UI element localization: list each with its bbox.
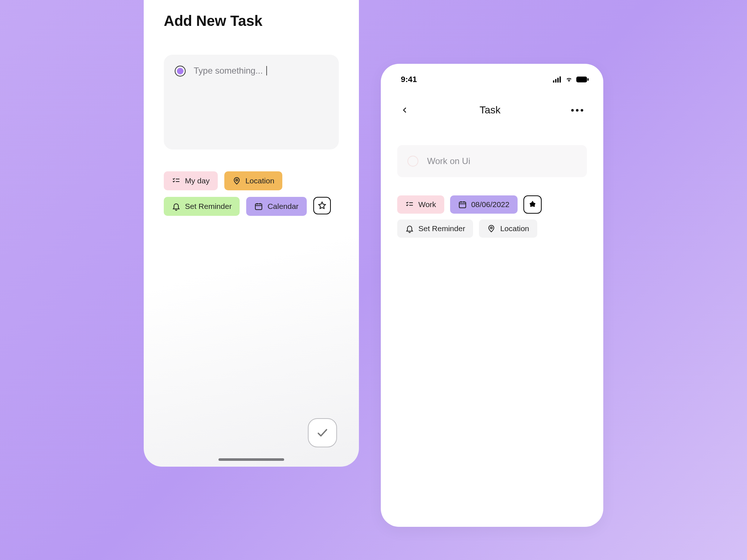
more-button[interactable]: [571, 109, 583, 112]
svg-rect-15: [459, 202, 466, 208]
task-placeholder-text: Type something...: [194, 66, 263, 76]
back-button[interactable]: [401, 106, 409, 114]
page-title: Add New Task: [164, 13, 339, 29]
my-day-chip[interactable]: My day: [164, 171, 218, 190]
bell-icon: [405, 224, 414, 233]
task-color-dot: [177, 68, 183, 74]
work-label: Work: [418, 200, 436, 209]
location-chip[interactable]: Location: [224, 171, 282, 190]
bell-icon: [172, 202, 181, 211]
chevron-left-icon: [401, 106, 409, 114]
status-icons: [553, 76, 589, 83]
svg-rect-12: [588, 78, 589, 81]
svg-rect-10: [560, 77, 561, 83]
reminder-chip[interactable]: Set Reminder: [164, 197, 240, 216]
checklist-icon: [172, 176, 181, 185]
my-day-label: My day: [185, 176, 210, 185]
star-icon: [317, 201, 327, 210]
nav-title: Task: [480, 104, 501, 116]
task-color-indicator[interactable]: [175, 66, 186, 77]
home-indicator[interactable]: [218, 458, 284, 461]
battery-icon: [576, 76, 589, 83]
calendar-chip[interactable]: Calendar: [246, 197, 306, 216]
favorite-chip-filled[interactable]: [523, 195, 542, 214]
svg-rect-11: [576, 77, 587, 82]
reminder-chip-detail[interactable]: Set Reminder: [397, 219, 473, 238]
svg-rect-7: [553, 80, 554, 82]
task-row[interactable]: Work on Ui: [397, 145, 587, 177]
task-text: Work on Ui: [427, 156, 470, 166]
svg-rect-9: [557, 78, 559, 82]
more-icon: [571, 109, 583, 112]
task-input-placeholder: Type something...: [194, 66, 267, 76]
task-detail-screen: 9:41 Task Work on Ui Work 08/06/2: [381, 64, 603, 527]
confirm-button[interactable]: [308, 418, 337, 447]
nav-bar: Task: [381, 84, 603, 116]
checklist-icon: [405, 200, 414, 209]
reminder-label: Set Reminder: [185, 202, 232, 211]
status-time: 9:41: [401, 75, 417, 84]
text-caret: [266, 66, 267, 75]
task-checkbox[interactable]: [407, 156, 418, 167]
star-filled-icon: [528, 200, 537, 209]
fab-area: [164, 418, 339, 458]
svg-rect-8: [555, 79, 557, 83]
location-icon: [487, 224, 496, 233]
cellular-icon: [553, 76, 562, 83]
chip-row: My day Location Set Reminder Calendar: [164, 171, 339, 216]
location-label-detail: Location: [500, 224, 529, 233]
task-detail-content: Work on Ui Work 08/06/2022 Set Reminder …: [381, 116, 603, 238]
status-bar: 9:41: [381, 64, 603, 84]
favorite-chip[interactable]: [313, 197, 331, 214]
location-chip-detail[interactable]: Location: [479, 219, 537, 238]
location-icon: [232, 176, 241, 185]
detail-chip-row: Work 08/06/2022 Set Reminder Location: [397, 195, 587, 238]
calendar-icon: [254, 202, 263, 211]
work-chip[interactable]: Work: [397, 195, 444, 214]
reminder-label-detail: Set Reminder: [418, 224, 465, 233]
task-input-box[interactable]: Type something...: [164, 55, 339, 149]
location-label: Location: [245, 176, 274, 185]
add-task-content: Add New Task Type something... My day Lo…: [144, 0, 359, 458]
svg-point-2: [236, 179, 237, 181]
date-chip[interactable]: 08/06/2022: [450, 195, 518, 214]
add-task-screen: Add New Task Type something... My day Lo…: [144, 0, 359, 467]
svg-rect-3: [255, 204, 262, 210]
calendar-icon: [458, 200, 467, 209]
date-label: 08/06/2022: [471, 200, 510, 209]
wifi-icon: [565, 76, 573, 83]
svg-point-19: [491, 227, 492, 229]
check-icon: [316, 427, 329, 439]
calendar-label: Calendar: [267, 202, 298, 211]
